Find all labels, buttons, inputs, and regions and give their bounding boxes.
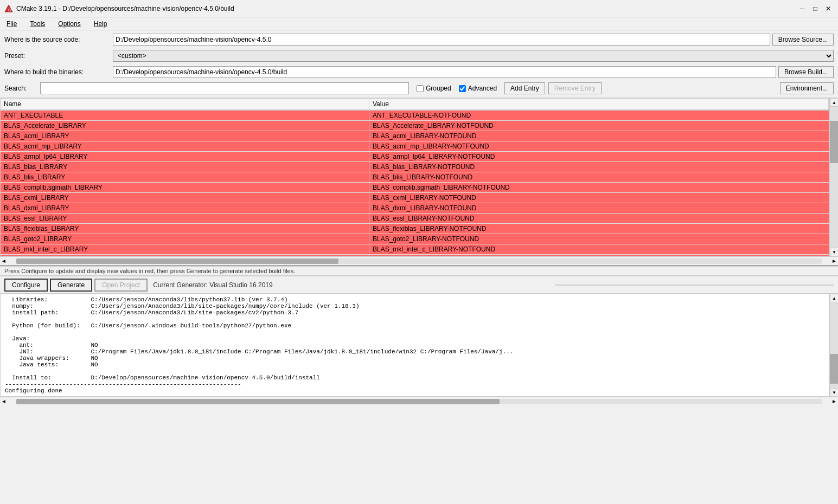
log-hscroll-thumb[interactable] bbox=[16, 399, 500, 404]
table-header: Name Value bbox=[1, 99, 829, 111]
cmake-table[interactable]: Name Value ANT_EXECUTABLE ANT_EXECUTABLE… bbox=[0, 98, 829, 256]
table-cell-value: BLAS_mkl_lp64_LIBRARY-NOTFOUND bbox=[369, 255, 829, 256]
table-cell-name: BLAS_acml_LIBRARY bbox=[1, 131, 369, 141]
open-project-button[interactable]: Open Project bbox=[94, 279, 148, 292]
table-cell-value: BLAS_cxml_LIBRARY-NOTFOUND bbox=[369, 193, 829, 203]
table-row[interactable]: BLAS_acml_mp_LIBRARY BLAS_acml_mp_LIBRAR… bbox=[1, 141, 829, 152]
table-row[interactable]: BLAS_flexiblas_LIBRARY BLAS_flexiblas_LI… bbox=[1, 224, 829, 234]
add-entry-button[interactable]: Add Entry bbox=[504, 82, 545, 94]
table-cell-name: BLAS_flexiblas_LIBRARY bbox=[1, 224, 369, 234]
table-cell-value: ANT_EXECUTABLE-NOTFOUND bbox=[369, 111, 829, 120]
table-cell-name: BLAS_dxml_LIBRARY bbox=[1, 203, 369, 213]
table-vscrollbar[interactable]: ▲ ▼ bbox=[829, 98, 838, 256]
table-cell-name: BLAS_blis_LIBRARY bbox=[1, 172, 369, 182]
table-row[interactable]: BLAS_blas_LIBRARY BLAS_blas_LIBRARY-NOTF… bbox=[1, 162, 829, 172]
table-cell-value: BLAS_acml_mp_LIBRARY-NOTFOUND bbox=[369, 141, 829, 151]
table-cell-name: BLAS_goto2_LIBRARY bbox=[1, 234, 369, 244]
preset-select[interactable]: <custom> bbox=[113, 50, 834, 62]
browse-source-button[interactable]: Browse Source... bbox=[772, 34, 834, 46]
hscroll-left-button[interactable]: ◄ bbox=[0, 258, 8, 264]
log-hscroll-right-button[interactable]: ► bbox=[830, 398, 838, 404]
table-row[interactable]: BLAS_armpl_lp64_LIBRARY BLAS_armpl_lp64_… bbox=[1, 152, 829, 162]
table-area: Name Value ANT_EXECUTABLE ANT_EXECUTABLE… bbox=[0, 98, 838, 266]
status-bar: Press Configure to update and display ne… bbox=[0, 266, 838, 275]
window-controls: ─ □ ✕ bbox=[797, 3, 834, 14]
generate-button[interactable]: Generate bbox=[50, 279, 92, 292]
table-with-scrollbar: Name Value ANT_EXECUTABLE ANT_EXECUTABLE… bbox=[0, 98, 838, 256]
bottom-panel: Configure Generate Open Project Current … bbox=[0, 275, 838, 405]
configure-button[interactable]: Configure bbox=[4, 279, 48, 292]
log-hscrollbar[interactable]: ◄ ► bbox=[0, 397, 838, 405]
table-row[interactable]: ANT_EXECUTABLE ANT_EXECUTABLE-NOTFOUND bbox=[1, 111, 829, 121]
hscroll-right-button[interactable]: ► bbox=[830, 258, 838, 264]
table-row[interactable]: BLAS_goto2_LIBRARY BLAS_goto2_LIBRARY-NO… bbox=[1, 234, 829, 244]
menu-options[interactable]: Options bbox=[54, 19, 85, 29]
title-bar: C CMake 3.19.1 - D:/Develop/opensources/… bbox=[0, 0, 838, 17]
table-cell-name: BLAS_mkl_lp64_LIBRARY bbox=[1, 255, 369, 256]
browse-build-button[interactable]: Browse Build... bbox=[778, 66, 834, 78]
log-vscroll-thumb[interactable] bbox=[830, 354, 838, 384]
header-value: Value bbox=[369, 99, 829, 109]
table-hscrollbar[interactable]: ◄ ► bbox=[0, 256, 838, 265]
log-vscroll-up-button[interactable]: ▲ bbox=[830, 294, 838, 302]
search-input[interactable] bbox=[40, 82, 409, 94]
vscroll-thumb[interactable] bbox=[830, 121, 838, 163]
table-row[interactable]: BLAS_essl_LIBRARY BLAS_essl_LIBRARY-NOTF… bbox=[1, 214, 829, 224]
table-cell-name: BLAS_acml_mp_LIBRARY bbox=[1, 141, 369, 151]
table-row[interactable]: BLAS_mkl_lp64_LIBRARY BLAS_mkl_lp64_LIBR… bbox=[1, 255, 829, 256]
table-row[interactable]: BLAS_blis_LIBRARY BLAS_blis_LIBRARY-NOTF… bbox=[1, 172, 829, 183]
status-text: Press Configure to update and display ne… bbox=[4, 268, 295, 274]
table-cell-value: BLAS_blis_LIBRARY-NOTFOUND bbox=[369, 172, 829, 182]
minimize-button[interactable]: ─ bbox=[797, 3, 808, 14]
table-row[interactable]: BLAS_Accelerate_LIBRARY BLAS_Accelerate_… bbox=[1, 121, 829, 131]
log-vscrollbar[interactable]: ▲ ▼ bbox=[829, 294, 838, 397]
table-cell-name: BLAS_armpl_lp64_LIBRARY bbox=[1, 152, 369, 161]
log-output: Libraries: C:/Users/jenson/Anaconda3/lib… bbox=[0, 294, 829, 397]
header-name: Name bbox=[1, 99, 369, 109]
log-hscroll-left-button[interactable]: ◄ bbox=[0, 398, 8, 404]
vscroll-track bbox=[830, 107, 838, 248]
table-row[interactable]: BLAS_cxml_LIBRARY BLAS_cxml_LIBRARY-NOTF… bbox=[1, 193, 829, 203]
environment-button[interactable]: Environment... bbox=[780, 82, 834, 94]
log-vscroll-down-button[interactable]: ▼ bbox=[830, 388, 838, 397]
table-row[interactable]: BLAS_acml_LIBRARY BLAS_acml_LIBRARY-NOTF… bbox=[1, 131, 829, 141]
progress-area bbox=[555, 285, 834, 286]
table-row[interactable]: BLAS_dxml_LIBRARY BLAS_dxml_LIBRARY-NOTF… bbox=[1, 203, 829, 214]
table-cell-name: BLAS_cxml_LIBRARY bbox=[1, 193, 369, 203]
maximize-button[interactable]: □ bbox=[810, 3, 821, 14]
vscroll-down-button[interactable]: ▼ bbox=[830, 248, 838, 256]
table-cell-value: BLAS_mkl_intel_c_LIBRARY-NOTFOUND bbox=[369, 244, 829, 254]
table-cell-value: BLAS_complib.sgimath_LIBRARY-NOTFOUND bbox=[369, 183, 829, 192]
menu-help[interactable]: Help bbox=[89, 19, 112, 29]
table-cell-value: BLAS_dxml_LIBRARY-NOTFOUND bbox=[369, 203, 829, 213]
remove-entry-button[interactable]: Remove Entry bbox=[548, 82, 602, 94]
search-row: Search: Grouped Advanced Add Entry Remov… bbox=[4, 81, 834, 95]
table-cell-name: BLAS_complib.sgimath_LIBRARY bbox=[1, 183, 369, 192]
vscroll-up-button[interactable]: ▲ bbox=[830, 98, 838, 107]
build-label: Where to build the binaries: bbox=[4, 68, 113, 76]
menu-tools[interactable]: Tools bbox=[25, 19, 49, 29]
table-cell-name: BLAS_blas_LIBRARY bbox=[1, 162, 369, 172]
hscroll-thumb[interactable] bbox=[16, 259, 338, 264]
table-row[interactable]: BLAS_mkl_intel_c_LIBRARY BLAS_mkl_intel_… bbox=[1, 244, 829, 255]
table-cell-value: BLAS_flexiblas_LIBRARY-NOTFOUND bbox=[369, 224, 829, 234]
table-cell-value: BLAS_acml_LIBRARY-NOTFOUND bbox=[369, 131, 829, 141]
advanced-checkbox-group: Advanced bbox=[459, 85, 497, 92]
bottom-toolbar: Configure Generate Open Project Current … bbox=[0, 276, 838, 294]
source-input[interactable] bbox=[113, 34, 770, 46]
close-button[interactable]: ✕ bbox=[823, 3, 834, 14]
window-title: CMake 3.19.1 - D:/Develop/opensources/ma… bbox=[16, 5, 797, 12]
log-hscroll-track bbox=[16, 399, 822, 404]
source-row: Where is the source code: Browse Source.… bbox=[4, 33, 834, 47]
grouped-checkbox[interactable] bbox=[417, 85, 424, 92]
table-cell-value: BLAS_blas_LIBRARY-NOTFOUND bbox=[369, 162, 829, 172]
table-cell-value: BLAS_goto2_LIBRARY-NOTFOUND bbox=[369, 234, 829, 244]
advanced-checkbox[interactable] bbox=[459, 85, 466, 92]
table-row[interactable]: BLAS_complib.sgimath_LIBRARY BLAS_compli… bbox=[1, 183, 829, 193]
table-cell-name: BLAS_essl_LIBRARY bbox=[1, 214, 369, 223]
preset-label: Preset: bbox=[4, 52, 113, 60]
menu-file[interactable]: File bbox=[2, 19, 21, 29]
svg-text:C: C bbox=[8, 8, 11, 12]
table-cell-name: ANT_EXECUTABLE bbox=[1, 111, 369, 120]
build-input[interactable] bbox=[113, 66, 776, 78]
